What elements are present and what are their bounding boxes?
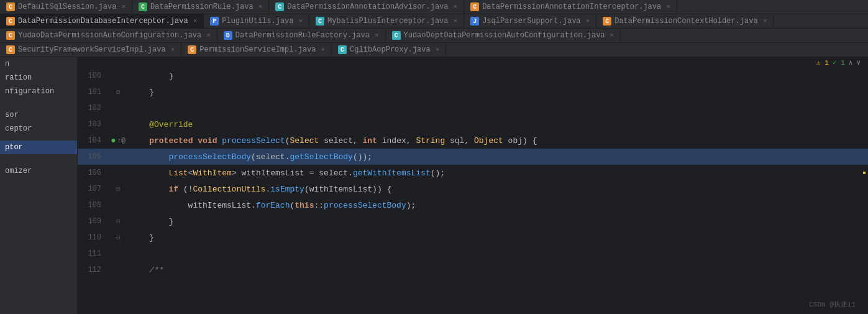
tab-mybatisplusinterceptor-label: MybatisPlusInterceptor.java — [327, 17, 448, 25]
line-num-111: 111 — [78, 249, 109, 258]
tab-cglibaopproxy-label: CglibAopProxy.java — [350, 45, 431, 54]
line-content-106: List<WithItem> withItemsList = select.ge… — [127, 169, 868, 178]
fold-icon-109[interactable]: ⊟ — [116, 218, 120, 225]
tab-datapermissiondatabaseinterceptor-icon: C — [6, 17, 15, 25]
sidebar-ceptor[interactable]: ceptor — [0, 122, 77, 136]
tab-datapermissionannotationinterceptor-close[interactable]: × — [666, 3, 670, 11]
tab-securityframeworkserviceimpl-label: SecurityFrameworkServiceImpl.java — [18, 45, 166, 54]
tab-datapermissioncontextholder[interactable]: CDataPermissionContextHolder.java× — [596, 14, 774, 28]
sidebar-blank5[interactable] — [0, 159, 77, 164]
breakpoint-icon[interactable]: ● — [111, 136, 116, 145]
sidebar-blank2[interactable] — [0, 103, 77, 108]
tab-mybatisplusinterceptor-close[interactable]: × — [454, 17, 458, 25]
sidebar-sor[interactable]: sor — [0, 108, 77, 122]
sidebar-nfiguration[interactable]: nfiguration — [0, 85, 77, 98]
code-line-103: 103 @Override — [78, 116, 868, 132]
tab-permissionserviceimpl-label: PermissionServiceImpl.java — [199, 45, 316, 54]
ok-indicator: ✓ 1 — [833, 58, 845, 67]
tab-cglibaopproxy-close[interactable]: × — [436, 46, 440, 53]
line-num-108: 108 — [78, 201, 109, 210]
sidebar-ptor[interactable]: ptor — [0, 141, 77, 154]
tab-yudaodatapermissionautoconfiguration-icon: C — [6, 31, 15, 40]
code-content: 100 }101⊟ }102 103 @Override104●↑@ prote… — [78, 68, 868, 314]
collapse-arrow[interactable]: ∧ — [849, 58, 853, 67]
tab-pluginutils-close[interactable]: × — [298, 17, 303, 25]
tab-yudaodatapermissionautoconfiguration-close[interactable]: × — [206, 32, 211, 39]
tab-permissionserviceimpl[interactable]: CPermissionServiceImpl.java× — [181, 43, 332, 57]
tab-yudaodatapermissionautoconfiguration-label: YudaoDataPermissionAutoConfiguration.jav… — [18, 31, 201, 40]
tab-jsqlparsersupport-icon: J — [470, 17, 479, 25]
line-num-110: 110 — [78, 233, 109, 242]
tab-permissionserviceimpl-icon: C — [188, 45, 196, 54]
tab-datapermissiondatabaseinterceptor-close[interactable]: × — [193, 17, 198, 25]
tab-securityframeworkserviceimpl-close[interactable]: × — [171, 46, 175, 53]
tab-yudaodeptdatapermissionautoconfiguration[interactable]: CYudaoDeptDataPermissionAutoConfiguratio… — [386, 29, 621, 42]
line-num-102: 102 — [78, 104, 109, 113]
tab-datapermissionrulefactory-close[interactable]: × — [375, 32, 379, 39]
tab-jsqlparsersupport[interactable]: JJsqlParserSupport.java× — [464, 14, 596, 28]
tab-jsqlparsersupport-label: JsqlParserSupport.java — [482, 17, 580, 25]
tab-defaultsqlsession-icon: C — [6, 2, 15, 11]
tab-yudaodatapermissionautoconfiguration[interactable]: CYudaoDataPermissionAutoConfiguration.ja… — [0, 29, 217, 42]
csdn-watermark: CSDN @执迷11 — [809, 300, 856, 309]
sidebar-blank4[interactable] — [0, 154, 77, 159]
tab-datapermissioncontextholder-close[interactable]: × — [763, 17, 767, 25]
expand-arrow[interactable]: ∨ — [856, 58, 861, 67]
tab-pluginutils-icon: P — [210, 17, 219, 25]
tab-jsqlparsersupport-close[interactable]: × — [586, 17, 590, 25]
tab-datapermissionannotationadvisor-label: DataPermissionAnnotationAdvisor.java — [287, 2, 448, 11]
tab-yudaodeptdatapermissionautoconfiguration-close[interactable]: × — [610, 32, 614, 39]
code-line-108: 108 withItemsList.forEach(this::processS… — [78, 197, 868, 213]
code-line-101: 101⊟ } — [78, 84, 868, 100]
tab-datapermissiondatabaseinterceptor[interactable]: CDataPermissionDatabaseInterceptor.java× — [0, 14, 204, 28]
fold-icon-110[interactable]: ⊟ — [116, 234, 120, 241]
line-content-109: } — [127, 217, 868, 226]
tab-securityframeworkserviceimpl[interactable]: CSecurityFrameworkServiceImpl.java× — [0, 43, 181, 57]
code-line-106: 106 List<WithItem> withItemsList = selec… — [78, 165, 868, 181]
tab-pluginutils[interactable]: PPluginUtils.java× — [204, 14, 309, 28]
tab-bar-row1: CDefaultSqlSession.java×CDataPermissionR… — [0, 0, 868, 14]
tab-datapermissionrulefactory-icon: D — [224, 31, 232, 40]
tab-cglibaopproxy-icon: C — [338, 45, 347, 54]
fold-icon-101[interactable]: ⊟ — [116, 88, 120, 96]
line-content-103: @Override — [127, 120, 868, 129]
tab-datapermissionannotationadvisor-icon: C — [275, 2, 284, 11]
tab-datapermissionannotationadvisor[interactable]: CDataPermissionAnnotationAdvisor.java× — [269, 0, 464, 14]
tab-datapermissionrulefactory[interactable]: DDataPermissionRuleFactory.java× — [217, 29, 386, 42]
sidebar-n[interactable]: n — [0, 57, 77, 71]
tab-yudaodeptdatapermissionautoconfiguration-label: YudaoDeptDataPermissionAutoConfiguration… — [404, 31, 605, 40]
tab-securityframeworkserviceimpl-icon: C — [6, 45, 15, 54]
sidebar-ration[interactable]: ration — [0, 71, 77, 85]
line-num-107: 107 — [78, 185, 109, 193]
tab-mybatisplusinterceptor[interactable]: CMybatisPlusInterceptor.java× — [309, 14, 464, 28]
tab-datapermissionrule[interactable]: CDataPermissionRule.java× — [132, 0, 269, 14]
line-content-112: /** — [127, 266, 868, 275]
tab-bar-row4: CSecurityFrameworkServiceImpl.java×CPerm… — [0, 43, 868, 57]
code-line-110: 110⊟ } — [78, 229, 868, 246]
sidebar-omizer[interactable]: omizer — [0, 164, 77, 178]
line-content-100: } — [127, 72, 868, 81]
tab-permissionserviceimpl-close[interactable]: × — [321, 46, 325, 53]
tab-cglibaopproxy[interactable]: CCglibAopProxy.java× — [332, 43, 446, 57]
code-line-111: 111 — [78, 246, 868, 262]
sidebar-blank3[interactable] — [0, 136, 77, 141]
line-num-105: 105 — [78, 152, 109, 161]
tab-defaultsqlsession-close[interactable]: × — [121, 3, 126, 11]
tab-datapermissionannotationinterceptor-icon: C — [470, 2, 479, 11]
line-content-110: } — [127, 233, 868, 242]
tab-datapermissionrule-close[interactable]: × — [258, 3, 263, 11]
tab-datapermissionannotationadvisor-close[interactable]: × — [454, 3, 458, 11]
tab-datapermissionrule-label: DataPermissionRule.java — [150, 2, 254, 11]
line-num-109: 109 — [78, 217, 109, 226]
line-num-100: 100 — [78, 72, 109, 80]
line-content-108: withItemsList.forEach(this::processSelec… — [127, 201, 868, 210]
line-content-105: processSelectBody(select.getSelectBody()… — [127, 152, 868, 162]
sidebar-blank1[interactable] — [0, 98, 77, 103]
line-num-101: 101 — [78, 88, 109, 96]
tab-defaultsqlsession[interactable]: CDefaultSqlSession.java× — [0, 0, 132, 14]
tab-datapermissionannotationinterceptor[interactable]: CDataPermissionAnnotationInterceptor.jav… — [464, 0, 677, 14]
fold-icon-107[interactable]: ⊟ — [116, 185, 120, 193]
tab-datapermissioncontextholder-icon: C — [603, 17, 611, 25]
line-num-106: 106 — [78, 169, 109, 177]
tab-datapermissiondatabaseinterceptor-label: DataPermissionDatabaseInterceptor.java — [18, 17, 188, 25]
